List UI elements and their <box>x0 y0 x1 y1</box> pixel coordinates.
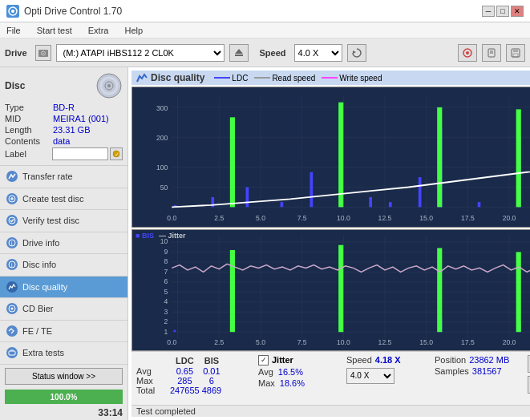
ldc-avg: 0.65 <box>170 366 200 376</box>
nav-drive-info-label: Drive info <box>22 238 59 248</box>
menu-help[interactable]: Help <box>121 24 146 37</box>
length-value: 23.31 GB <box>53 125 90 135</box>
fe-te-icon <box>6 325 18 337</box>
extra-tests-icon <box>6 347 18 358</box>
create-test-disc-icon <box>6 193 18 204</box>
drive-info-icon: i <box>6 237 18 248</box>
svg-text:15.0: 15.0 <box>419 339 433 347</box>
position-val: 23862 MB <box>469 355 509 365</box>
maximize-button[interactable]: □ <box>496 6 509 17</box>
chart-icon <box>136 72 148 83</box>
contents-value: data <box>53 136 70 146</box>
nav-transfer-rate-label: Transfer rate <box>22 172 73 181</box>
charts-container: 300 200 100 50 18X 16X 14X 12X 10X 8X 6X… <box>131 87 530 351</box>
svg-text:12.5: 12.5 <box>378 213 392 221</box>
mid-label: MID <box>5 114 53 123</box>
samples-val: 381567 <box>472 366 502 376</box>
type-value: BD-R <box>53 103 75 112</box>
svg-text:10.0: 10.0 <box>337 339 350 347</box>
disc-label-edit-button[interactable]: ✓ <box>110 147 123 160</box>
nav-fe-te[interactable]: FE / TE <box>0 321 127 343</box>
speed-stat-select[interactable]: 4.0 X2.0 X8.0 X <box>346 368 394 384</box>
bis-total: 4869 <box>200 386 224 395</box>
eject-button[interactable] <box>229 44 249 62</box>
svg-rect-68 <box>516 109 521 207</box>
sidebar: Disc Type BD-R MID MEIRA1 (001) <box>0 67 128 420</box>
jitter-max-label: Max <box>258 378 275 388</box>
nav-create-test-disc[interactable]: Create test disc <box>0 188 127 211</box>
nav-cd-bier-label: CD Bier <box>22 304 54 313</box>
nav-extra-tests-label: Extra tests <box>22 348 64 357</box>
menu-extra[interactable]: Extra <box>85 24 112 37</box>
svg-rect-55 <box>281 202 284 207</box>
jitter-stats: ✓ Jitter Avg 16.5% Max 18.6% <box>252 352 340 405</box>
speed-select[interactable]: 4.0 X1.0 X2.0 X8.0 X <box>294 44 342 62</box>
verify-test-disc-icon <box>6 215 18 226</box>
ldc-bis-stats: LDC BIS Avg 0.65 0.01 Max 285 6 Total <box>131 352 252 405</box>
close-button[interactable]: ✕ <box>511 6 524 17</box>
nav-disc-quality[interactable]: Disc quality <box>0 277 127 299</box>
speed-stat-label: Speed <box>346 355 372 365</box>
disc-image <box>95 72 123 99</box>
tools-button[interactable] <box>482 44 501 62</box>
titlebar: Opti Drive Control 1.70 ─ □ ✕ <box>0 0 530 22</box>
svg-rect-6 <box>235 55 243 56</box>
svg-text:12.5: 12.5 <box>378 339 392 347</box>
upper-chart-svg: 300 200 100 50 18X 16X 14X 12X 10X 8X 6X… <box>132 87 530 227</box>
drive-select[interactable]: (M:) ATAPI iHBS112 2 CL0K <box>56 44 225 62</box>
svg-rect-119 <box>230 250 235 332</box>
jitter-checkbox-label: Jitter <box>272 355 293 365</box>
ldc-col-header: LDC <box>170 355 200 366</box>
position-label: Position <box>435 355 466 365</box>
jitter-checkbox[interactable]: ✓ <box>258 355 269 365</box>
svg-text:0.0: 0.0 <box>167 339 176 347</box>
svg-point-4 <box>42 52 44 54</box>
svg-text:6: 6 <box>164 278 168 286</box>
svg-text:10.0: 10.0 <box>337 213 350 221</box>
ldc-color-swatch <box>214 77 230 79</box>
save-button[interactable] <box>506 44 525 62</box>
titlebar-left: Opti Drive Control 1.70 <box>6 5 122 18</box>
svg-rect-62 <box>478 202 481 207</box>
jitter-chart-label: — Jitter <box>159 232 186 240</box>
nav-verify-test-disc[interactable]: Verify test disc <box>0 210 127 232</box>
refresh-button[interactable] <box>347 44 366 62</box>
nav-disc-quality-label: Disc quality <box>22 282 67 292</box>
svg-rect-120 <box>338 245 343 332</box>
status-text: Test completed <box>136 406 196 416</box>
svg-text:i: i <box>11 240 13 246</box>
progress-bar: 100.0% <box>5 390 123 404</box>
svg-text:15.0: 15.0 <box>419 213 433 221</box>
jitter-max-val: 18.6% <box>280 378 305 388</box>
nav-extra-tests[interactable]: Extra tests <box>0 342 127 365</box>
burn-button[interactable] <box>458 44 477 62</box>
nav-cd-bier[interactable]: CD Bier <box>0 298 127 321</box>
nav-drive-info[interactable]: i Drive info <box>0 232 127 255</box>
disc-label-input[interactable] <box>52 147 108 160</box>
app-icon <box>6 5 19 18</box>
progress-text: 100.0% <box>51 393 78 402</box>
window-controls: ─ □ ✕ <box>482 6 524 17</box>
svg-text:1: 1 <box>164 328 168 336</box>
svg-rect-114 <box>174 330 176 332</box>
legend-write-label: Write speed <box>339 74 382 83</box>
svg-rect-121 <box>437 248 442 333</box>
lower-chart: ■ BIS — Jitter <box>131 229 530 351</box>
menu-file[interactable]: File <box>3 24 24 37</box>
svg-point-31 <box>11 308 14 310</box>
minimize-button[interactable]: ─ <box>482 6 495 17</box>
nav-transfer-rate[interactable]: Transfer rate <box>0 166 127 188</box>
transfer-rate-icon <box>6 171 18 182</box>
speed-stat-val: 4.18 X <box>375 355 401 365</box>
status-window-button[interactable]: Status window >> <box>5 368 123 386</box>
svg-rect-66 <box>338 103 343 208</box>
svg-text:9: 9 <box>164 248 168 256</box>
legend-read: Read speed <box>254 74 315 83</box>
svg-text:20.0: 20.0 <box>503 213 516 221</box>
ldc-total: 247655 <box>170 386 200 395</box>
svg-text:7: 7 <box>164 268 168 276</box>
svg-rect-15 <box>513 54 518 57</box>
menu-start-test[interactable]: Start test <box>34 24 75 37</box>
nav-disc-info[interactable]: i Disc info <box>0 254 127 277</box>
cd-bier-icon <box>6 303 18 314</box>
